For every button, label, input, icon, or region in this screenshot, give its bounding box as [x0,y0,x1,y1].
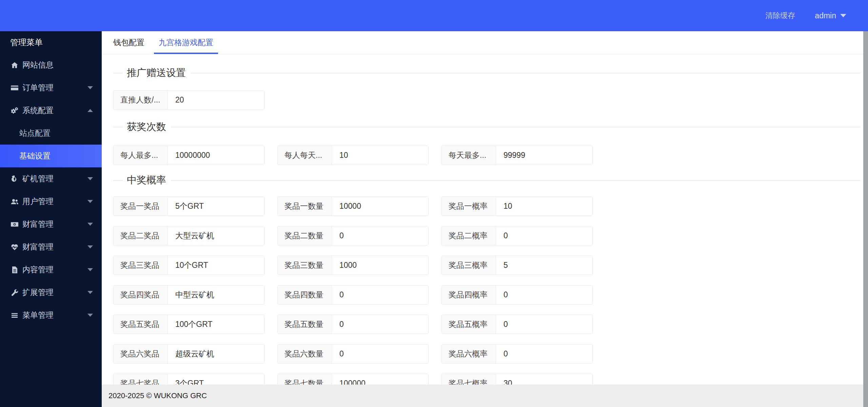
footer: 2020-2025 © WUKONG GRC [102,385,863,407]
prize1-rate-field: 奖品一概率 [441,197,593,216]
sidebar-item-order-management[interactable]: 订单管理 [0,76,102,99]
prize6-rate-field: 奖品六概率 [441,344,593,364]
prize5-quantity-input[interactable] [332,315,428,334]
sidebar-item-wealth-management-1[interactable]: 财富管理 [0,213,102,236]
field-label: 奖品五数量 [278,315,332,334]
sidebar-item-extension-management[interactable]: 扩展管理 [0,281,102,304]
field-label: 奖品一数量 [278,197,332,216]
field-label: 奖品二奖品 [114,226,168,245]
chevron-down-icon [87,268,93,271]
max-total-wins-input[interactable] [168,146,264,165]
sidebar-item-label: 矿机管理 [22,173,87,184]
direct-referral-count-input[interactable] [168,91,264,109]
prize1-quantity-input[interactable] [332,197,428,216]
section-title-win-probability: 中奖概率 [113,175,860,185]
prize1-name-input[interactable] [168,197,264,216]
prize2-rate-input[interactable] [496,226,592,245]
section-title-promo-gift: 推广赠送设置 [113,68,860,78]
prize6-quantity-input[interactable] [332,345,428,363]
prize6-quantity-field: 奖品六数量 [277,344,429,364]
section-title: 获奖次数 [127,120,166,134]
sidebar-subitem-label: 基础设置 [19,151,51,161]
sidebar-item-label: 菜单管理 [22,310,87,320]
prize6-rate-input[interactable] [496,345,592,363]
sidebar-item-miner-management[interactable]: 矿机管理 [0,167,102,190]
tab-wallet-config[interactable]: 钱包配置 [108,31,149,54]
sidebar-item-user-management[interactable]: 用户管理 [0,190,102,213]
prize2-quantity-input[interactable] [332,226,428,245]
sidebar-item-menu-management[interactable]: 菜单管理 [0,304,102,327]
chevron-down-icon [87,314,93,317]
prize5-quantity-field: 奖品五数量 [277,315,429,334]
sidebar-item-label: 订单管理 [22,82,87,93]
prize4-quantity-input[interactable] [332,285,428,304]
field-label: 奖品四奖品 [114,285,168,304]
field-label: 奖品二概率 [442,226,496,245]
prize5-rate-field: 奖品五概率 [441,315,593,334]
topbar: 清除缓存 admin [0,0,868,31]
users-icon [10,197,19,206]
prize4-rate-field: 奖品四概率 [441,285,593,304]
section-title: 中奖概率 [127,173,166,187]
sidebar-item-label: 用户管理 [22,196,87,207]
money-bill-icon [10,220,19,229]
prize4-rate-input[interactable] [496,285,592,304]
prize3-quantity-input[interactable] [332,256,428,275]
prize4-name-input[interactable] [168,285,264,304]
prize1-quantity-field: 奖品一数量 [277,197,429,216]
field-label: 奖品三数量 [278,256,332,275]
clear-cache-button[interactable]: 清除缓存 [765,11,795,21]
sidebar-subitem-site-config[interactable]: 站点配置 [0,122,102,145]
prize5-rate-input[interactable] [496,315,592,334]
sidebar-item-label: 网站信息 [22,60,93,70]
chevron-down-icon [87,223,93,226]
sidebar-item-label: 扩展管理 [22,287,87,298]
field-label: 奖品六概率 [442,345,496,363]
user-menu[interactable]: admin [815,11,846,20]
sidebar-item-label: 系统配置 [22,105,87,116]
sidebar-item-label: 财富管理 [22,219,87,229]
home-icon [10,61,19,70]
chevron-down-icon [87,245,93,248]
prize6-name-field: 奖品六奖品 [113,344,264,364]
field-label: 奖品五奖品 [114,315,168,334]
prize2-name-field: 奖品二奖品 [113,226,264,245]
vertical-scrollbar[interactable] [863,31,868,407]
prize5-name-field: 奖品五奖品 [113,315,264,334]
legend-line [171,180,860,181]
main-content: 钱包配置 九宫格游戏配置 推广赠送设置 直推人数/... 获奖次数 [102,31,868,407]
list-icon [10,311,19,320]
sidebar-item-wealth-management-2[interactable]: 财富管理 [0,236,102,258]
prize5-name-input[interactable] [168,315,264,334]
prize3-rate-input[interactable] [496,256,592,275]
sidebar-title: 管理菜单 [0,31,102,54]
prize2-rate-field: 奖品二概率 [441,226,593,245]
tab-grid-game-config[interactable]: 九宫格游戏配置 [154,31,218,54]
prize2-name-input[interactable] [168,226,264,245]
prize4-quantity-field: 奖品四数量 [277,285,429,304]
legend-line [171,127,860,127]
field-label: 奖品五概率 [442,315,496,334]
prize3-name-field: 奖品三奖品 [113,256,264,275]
daily-wins-per-user-input[interactable] [332,146,428,165]
field-label: 奖品一奖品 [114,197,168,216]
field-label: 奖品一概率 [442,197,496,216]
prize6-name-input[interactable] [168,345,264,363]
sidebar-subitem-basic-settings[interactable]: 基础设置 [0,145,102,167]
daily-wins-per-user-field: 每人每天... [277,146,429,165]
field-label: 每人最多... [114,146,168,165]
sidebar-item-system-config[interactable]: 系统配置 [0,99,102,122]
sidebar-item-content-management[interactable]: 内容管理 [0,258,102,281]
prize1-rate-input[interactable] [496,197,592,216]
direct-referral-count-field: 直推人数/... [113,90,264,110]
sidebar-item-website-info[interactable]: 网站信息 [0,54,102,76]
credit-card-icon [10,84,19,92]
field-label: 直推人数/... [114,91,168,109]
field-label: 奖品四数量 [278,285,332,304]
max-daily-wins-input[interactable] [496,146,592,165]
section-title: 推广赠送设置 [127,66,186,80]
sidebar-item-label: 内容管理 [22,264,87,275]
prize3-name-input[interactable] [168,256,264,275]
chevron-up-icon [87,109,93,112]
legend-line [191,73,860,73]
